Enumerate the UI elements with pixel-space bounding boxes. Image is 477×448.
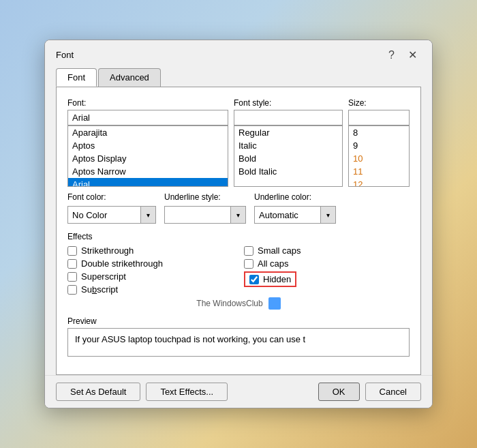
superscript-label: Superscript	[81, 271, 126, 282]
font-color-col: Font color: No Color ▾	[67, 192, 156, 224]
close-button[interactable]: ✕	[404, 47, 421, 63]
footer-right: OK Cancel	[318, 383, 421, 401]
list-item[interactable]: Bold Italic	[234, 165, 342, 178]
underline-style-col: Underline style: ▾	[164, 192, 246, 224]
list-item[interactable]: 8	[349, 126, 409, 139]
dialog-footer: Set As Default Text Effects... OK Cancel	[45, 375, 432, 408]
strikethrough-row: Strikethrough	[67, 245, 233, 256]
text-effects-button[interactable]: Text Effects...	[146, 383, 228, 401]
watermark-row: The WindowsClub	[67, 297, 410, 310]
hidden-row: Hidden	[244, 271, 296, 287]
hidden-label: Hidden	[263, 274, 291, 284]
double-strikethrough-checkbox[interactable]	[67, 259, 77, 269]
effects-section: Effects Strikethrough Double strikethrou…	[67, 232, 410, 310]
list-item[interactable]: Italic	[234, 139, 342, 152]
underline-color-arrow[interactable]: ▾	[320, 207, 335, 223]
footer-left: Set As Default Text Effects...	[56, 383, 228, 401]
font-color-select[interactable]: No Color ▾	[67, 206, 156, 224]
help-button[interactable]: ?	[384, 48, 399, 63]
title-bar: Font ? ✕	[45, 40, 432, 63]
size-label: Size:	[348, 98, 410, 108]
underline-style-value	[165, 213, 230, 217]
subscript-row: Subscript	[67, 284, 233, 295]
tab-font[interactable]: Font	[56, 68, 97, 87]
subscript-label: Subscript	[81, 284, 118, 295]
all-caps-checkbox[interactable]	[244, 259, 253, 269]
list-item[interactable]: Aptos Display	[68, 152, 228, 165]
effects-title: Effects	[67, 232, 410, 241]
double-strikethrough-label: Double strikethrough	[81, 258, 163, 269]
watermark-text: The WindowsClub	[196, 299, 262, 308]
preview-box: If your ASUS laptop touchpad is not work…	[67, 328, 410, 357]
tab-advanced[interactable]: Advanced	[98, 68, 161, 87]
strikethrough-checkbox[interactable]	[67, 246, 77, 256]
font-color-value: No Color	[68, 208, 140, 222]
underline-style-arrow[interactable]: ▾	[230, 207, 245, 223]
tab-bar: Font Advanced	[45, 63, 432, 87]
preview-label: Preview	[67, 316, 410, 326]
font-color-arrow[interactable]: ▾	[140, 207, 155, 223]
size-list[interactable]: 8 9 10 11 12	[348, 125, 410, 187]
list-item[interactable]: Aptos	[68, 139, 228, 152]
size-column: Size: 8 9 10 11 12	[348, 98, 410, 187]
style-label: Font style:	[234, 98, 343, 108]
size-input[interactable]	[348, 110, 410, 125]
dialog-body: Font: Aparajita Aptos Aptos Display Apto…	[56, 87, 421, 375]
strikethrough-label: Strikethrough	[81, 245, 134, 256]
style-list[interactable]: Regular Italic Bold Bold Italic	[234, 125, 343, 187]
superscript-row: Superscript	[67, 271, 233, 282]
list-item[interactable]: 11	[349, 165, 409, 178]
underline-style-select[interactable]: ▾	[164, 206, 246, 224]
effects-left: Strikethrough Double strikethrough Super…	[67, 245, 233, 295]
preview-section: Preview If your ASUS laptop touchpad is …	[67, 316, 410, 357]
list-item[interactable]: Aptos Narrow	[68, 165, 228, 178]
font-style-size-row: Font: Aparajita Aptos Aptos Display Apto…	[67, 98, 410, 187]
small-caps-label: Small caps	[258, 245, 301, 256]
underline-row: Font color: No Color ▾ Underline style: …	[67, 192, 410, 224]
font-list[interactable]: Aparajita Aptos Aptos Display Aptos Narr…	[67, 125, 228, 187]
list-item[interactable]: Aparajita	[68, 126, 228, 139]
list-item[interactable]: 10	[349, 152, 409, 165]
font-input[interactable]	[67, 110, 228, 125]
underline-color-label: Underline color:	[254, 192, 336, 202]
small-caps-row: Small caps	[244, 245, 410, 256]
small-caps-checkbox[interactable]	[244, 246, 253, 256]
underline-color-col: Underline color: Automatic ▾	[254, 192, 336, 224]
font-column: Font: Aparajita Aptos Aptos Display Apto…	[67, 98, 228, 187]
font-dialog: Font ? ✕ Font Advanced Font: Aparajita A…	[44, 40, 433, 408]
font-label: Font:	[67, 98, 228, 108]
watermark-icon	[268, 297, 281, 310]
style-column: Font style: Regular Italic Bold Bold Ita…	[234, 98, 343, 187]
double-strikethrough-row: Double strikethrough	[67, 258, 233, 269]
effects-right: Small caps All caps Hidden	[244, 245, 410, 295]
underline-color-value: Automatic	[255, 208, 320, 222]
subscript-checkbox[interactable]	[67, 285, 77, 295]
underline-color-select[interactable]: Automatic ▾	[254, 206, 336, 224]
title-bar-buttons: ? ✕	[384, 47, 421, 63]
underline-style-label: Underline style:	[164, 192, 246, 202]
effects-grid: Strikethrough Double strikethrough Super…	[67, 245, 410, 295]
set-default-button[interactable]: Set As Default	[56, 383, 140, 401]
hidden-checkbox[interactable]	[249, 275, 259, 284]
list-item-arial[interactable]: Arial	[68, 178, 228, 187]
list-item[interactable]: Bold	[234, 152, 342, 165]
dialog-title: Font	[56, 50, 74, 60]
list-item[interactable]: 9	[349, 139, 409, 152]
list-item[interactable]: Regular	[234, 126, 342, 139]
all-caps-label: All caps	[258, 258, 289, 269]
superscript-checkbox[interactable]	[67, 272, 77, 282]
all-caps-row: All caps	[244, 258, 410, 269]
list-item[interactable]: 12	[349, 178, 409, 187]
font-color-label: Font color:	[67, 192, 156, 202]
cancel-button[interactable]: Cancel	[365, 383, 421, 401]
style-input[interactable]	[234, 110, 343, 125]
ok-button[interactable]: OK	[318, 383, 360, 401]
